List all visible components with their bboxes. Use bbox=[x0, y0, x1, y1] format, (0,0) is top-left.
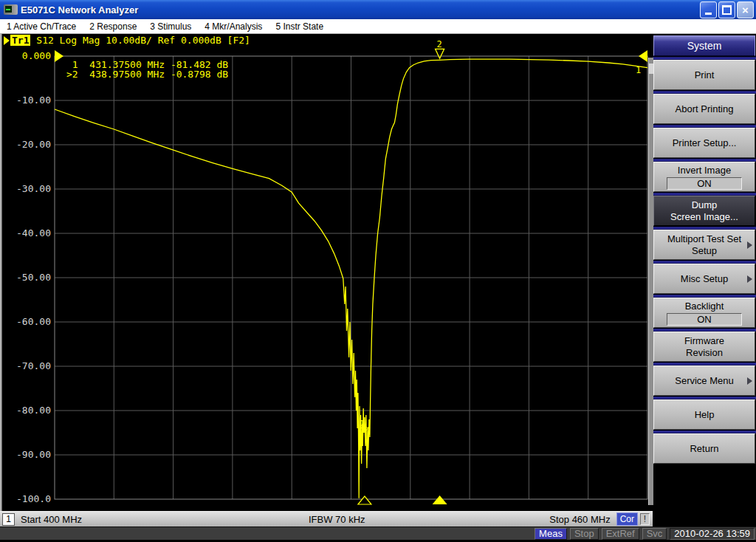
menu-5-instr-state[interactable]: 5 Instr State bbox=[269, 21, 330, 32]
alert-badge: ! bbox=[640, 513, 650, 525]
instrument-screen: 0.000-10.00-20.00-30.00-40.00-50.00-60.0… bbox=[0, 34, 756, 511]
submenu-arrow-icon bbox=[747, 241, 752, 249]
close-icon: × bbox=[742, 4, 749, 16]
marker-1-number: 1 bbox=[360, 419, 365, 428]
start-frequency-label: Start 400 MHz bbox=[21, 514, 82, 525]
y-axis-tick-label: -50.00 bbox=[16, 272, 51, 283]
softkey-label: Print bbox=[695, 69, 715, 81]
submenu-arrow-icon bbox=[747, 377, 752, 385]
marker-2-icon[interactable] bbox=[436, 49, 444, 58]
softkey-label: Misc Setup bbox=[681, 273, 728, 285]
softkey-invert-image[interactable]: Invert ImageON bbox=[653, 162, 755, 192]
correction-badge: Cor bbox=[616, 512, 638, 526]
ref-level-marker-left-icon[interactable] bbox=[55, 50, 63, 62]
softkey-label: Multiport Test Set bbox=[667, 233, 741, 245]
menu-4-mkr-analysis[interactable]: 4 Mkr/Analysis bbox=[198, 21, 269, 32]
softkey-dump-screen-image[interactable]: DumpScreen Image... bbox=[653, 196, 755, 226]
minimize-button[interactable] bbox=[700, 1, 717, 18]
channel-bar: 1 Start 400 MHz IFBW 70 kHz Stop 460 MHz… bbox=[0, 511, 653, 526]
softkey-value: ON bbox=[667, 313, 742, 326]
trace-header: Tr1 S12 Log Mag 10.00dB/ Ref 0.000dB [F2… bbox=[4, 35, 250, 46]
submenu-arrow-icon bbox=[747, 275, 752, 283]
ifbw-label: IFBW 70 kHz bbox=[309, 514, 365, 525]
softkey-menu-title: System bbox=[653, 35, 755, 56]
window-frame-edge bbox=[0, 34, 2, 511]
menu-2-response[interactable]: 2 Response bbox=[83, 21, 143, 32]
y-axis-tick-label: -30.00 bbox=[16, 183, 51, 194]
marker-2-stimulus-icon[interactable] bbox=[433, 495, 447, 504]
softkey-label: Return bbox=[690, 443, 718, 455]
marker-2-number: 2 bbox=[437, 39, 442, 49]
softkey-print[interactable]: Print bbox=[653, 60, 755, 90]
y-axis-tick-label: -40.00 bbox=[16, 227, 51, 239]
channel-status-row: 1 Start 400 MHz IFBW 70 kHz Stop 460 MHz… bbox=[0, 511, 756, 526]
status-meas: Meas bbox=[535, 528, 567, 540]
minimize-icon bbox=[705, 13, 712, 15]
trace-name-chip[interactable]: Tr1 bbox=[10, 35, 30, 46]
softkey-label: Help bbox=[695, 409, 715, 421]
y-axis-tick-label: -100.0 bbox=[16, 493, 51, 504]
softkey-multiport-test-set-setup[interactable]: Multiport Test SetSetup bbox=[653, 230, 755, 260]
status-svc: Svc bbox=[642, 528, 667, 540]
window-title: E5071C Network Analyzer bbox=[21, 4, 698, 16]
menu-bar: 1 Active Ch/Trace2 Response3 Stimulus4 M… bbox=[0, 19, 756, 34]
softkey-label: Firmware bbox=[684, 335, 724, 347]
restore-icon bbox=[722, 5, 732, 15]
trace-end-number: 1 bbox=[636, 65, 641, 75]
softkey-label: Setup bbox=[692, 245, 717, 257]
trace-format-label: S12 Log Mag 10.00dB/ Ref 0.000dB [F2] bbox=[30, 35, 250, 46]
menu-3-stimulus[interactable]: 3 Stimulus bbox=[143, 21, 198, 32]
y-axis-tick-label: -90.00 bbox=[16, 449, 51, 460]
y-axis-tick-label: -80.00 bbox=[16, 405, 51, 416]
softkey-label: Printer Setup... bbox=[673, 137, 737, 149]
status-stop: Stop bbox=[570, 528, 599, 540]
softkey-label: Revision bbox=[686, 347, 723, 359]
active-trace-arrow-icon bbox=[4, 36, 10, 45]
softkey-value: ON bbox=[667, 177, 742, 190]
app-icon bbox=[4, 4, 18, 15]
close-button[interactable]: × bbox=[737, 1, 754, 18]
softkey-abort-printing[interactable]: Abort Printing bbox=[653, 94, 755, 124]
restore-button[interactable] bbox=[718, 1, 735, 18]
softkey-help[interactable]: Help bbox=[653, 399, 755, 430]
softkey-misc-setup[interactable]: Misc Setup bbox=[653, 264, 755, 294]
softkey-label: Abort Printing bbox=[676, 103, 734, 115]
title-bar: E5071C Network Analyzer × bbox=[0, 0, 756, 19]
y-axis-tick-label: -60.00 bbox=[16, 316, 51, 327]
status-datetime: 2010-02-26 13:59 bbox=[670, 528, 755, 540]
status-bar: Meas Stop ExtRef Svc 2010-02-26 13:59 bbox=[0, 526, 756, 540]
marker-1-stimulus-icon[interactable] bbox=[358, 496, 371, 504]
softkey-menu: System PrintAbort PrintingPrinter Setup.… bbox=[653, 34, 756, 511]
channel-number-badge: 1 bbox=[2, 513, 15, 526]
softkey-return[interactable]: Return bbox=[653, 433, 755, 464]
softkey-label: Dump bbox=[692, 199, 718, 211]
softkey-printer-setup[interactable]: Printer Setup... bbox=[653, 128, 755, 158]
softkey-scrollbar[interactable] bbox=[648, 58, 653, 505]
softkey-backlight[interactable]: BacklightON bbox=[653, 298, 755, 328]
y-axis-tick-label: -70.00 bbox=[16, 360, 51, 371]
softkey-service-menu[interactable]: Service Menu bbox=[653, 366, 755, 396]
status-extref: ExtRef bbox=[602, 528, 639, 540]
y-axis-tick-label: 0.000 bbox=[22, 50, 51, 61]
marker-readout-row: >2 438.97500 MHz -0.8798 dB bbox=[66, 69, 228, 80]
stop-frequency-label: Stop 460 MHz bbox=[549, 514, 610, 525]
y-axis-tick-label: -10.00 bbox=[16, 95, 51, 106]
softkey-label: Backlight bbox=[685, 301, 724, 312]
softkey-firmware-revision[interactable]: FirmwareRevision bbox=[653, 332, 755, 362]
softkey-label: Invert Image bbox=[678, 165, 731, 176]
y-axis-tick-label: -20.00 bbox=[16, 139, 51, 150]
menu-1-active-ch-trace[interactable]: 1 Active Ch/Trace bbox=[0, 21, 83, 32]
ref-level-marker-right-icon bbox=[639, 50, 647, 62]
chart-plot-area[interactable]: 0.000-10.00-20.00-30.00-40.00-50.00-60.0… bbox=[0, 34, 653, 511]
softkey-label: Screen Image... bbox=[670, 211, 738, 223]
softkey-label: Service Menu bbox=[675, 375, 733, 387]
